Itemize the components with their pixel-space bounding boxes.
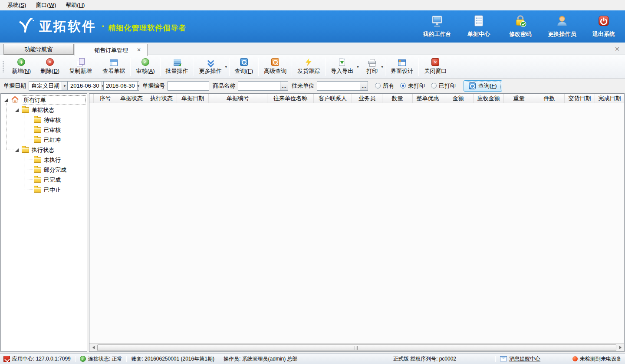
folder-icon xyxy=(34,137,41,143)
column-header-quantity[interactable]: 数量 xyxy=(382,94,413,103)
date-from-combobox[interactable]: 2016-06-30 xyxy=(68,81,103,91)
tree-expander-icon[interactable] xyxy=(15,108,19,112)
chevron-down-icon[interactable] xyxy=(62,82,67,90)
toolbar-button-import-export[interactable]: 导入导出 xyxy=(326,57,360,77)
tree-expander-icon[interactable] xyxy=(15,148,19,152)
toolbar-separator xyxy=(418,58,419,76)
toolbar-button-shipping-tracking[interactable]: 发货跟踪 xyxy=(293,57,325,77)
app-logo-icon xyxy=(3,356,10,362)
toolbar-button-label: 复制新增 xyxy=(69,67,92,75)
radio-unprinted[interactable]: 未打印 xyxy=(400,82,425,90)
toolbar-button-batch-operations[interactable]: 批量操作 xyxy=(161,57,193,77)
toolbar-button-copy-add[interactable]: 复制新增 xyxy=(64,57,96,77)
exit-system-button[interactable]: 退出系统 xyxy=(589,14,618,38)
column-header-discount[interactable]: 整单优惠 xyxy=(413,94,443,103)
column-header-amount[interactable]: 金额 xyxy=(443,94,474,103)
close-all-tabs-icon[interactable]: ✕ xyxy=(615,46,621,52)
toolbar-button-ui-design[interactable]: 界面设计 xyxy=(386,57,418,77)
advanced-search-icon xyxy=(271,58,279,66)
home-icon xyxy=(11,96,19,105)
radio-printed[interactable]: 已打印 xyxy=(431,82,456,90)
column-header-partner-name[interactable]: 往来单位名称 xyxy=(267,94,314,103)
menu-system[interactable]: 系统(S) xyxy=(3,0,31,10)
copy-icon xyxy=(76,58,84,66)
document-center-button[interactable]: 单据中心 xyxy=(464,14,493,38)
tree-node-document-status[interactable]: 单据状态 xyxy=(1,105,87,115)
toolbar-button-query[interactable]: 查询(F) xyxy=(230,57,258,77)
toolbar-button-close-window[interactable]: 关闭窗口 xyxy=(419,57,451,77)
product-name-input[interactable] xyxy=(238,81,288,91)
toolbar-button-advanced-query[interactable]: 高级查询 xyxy=(259,57,291,77)
tab-label: 销售订单管理 xyxy=(94,46,128,54)
column-header-finish-date[interactable]: 完成日期 xyxy=(595,94,624,103)
toolbar-button-delete[interactable]: 删除(D) xyxy=(36,57,64,77)
tree-node-label: 已红冲 xyxy=(44,136,61,144)
column-header-weight[interactable]: 重量 xyxy=(504,94,534,103)
date-to-combobox[interactable]: 2016-06-30 xyxy=(103,81,139,91)
column-header-delivery-date[interactable]: 交货日期 xyxy=(565,94,595,103)
menu-window[interactable]: 窗口(W) xyxy=(31,0,61,10)
message-center-link[interactable]: 消息提醒中心 xyxy=(500,355,540,363)
query-button[interactable]: 查询(F) xyxy=(464,80,502,92)
folder-icon xyxy=(34,187,41,193)
toolbar-button-more-operations[interactable]: 更多操作 xyxy=(194,57,229,77)
partner-input[interactable] xyxy=(317,81,368,91)
tree-node-terminated[interactable]: 已中止 xyxy=(1,185,87,195)
column-header-pieces[interactable]: 件数 xyxy=(534,94,565,103)
tree-node-not-executed[interactable]: 未执行 xyxy=(1,155,87,165)
switch-operator-button[interactable]: 更换操作员 xyxy=(548,14,576,38)
change-password-button[interactable]: 修改密码 xyxy=(506,14,535,38)
status-separator xyxy=(219,356,219,362)
scroll-left-arrow[interactable] xyxy=(90,344,97,351)
envelope-icon xyxy=(500,356,507,361)
tree-node-partially-completed[interactable]: 部分完成 xyxy=(1,165,87,175)
column-header-receivable[interactable]: 应收金额 xyxy=(474,94,504,103)
product-name-field[interactable] xyxy=(238,82,280,90)
doc-no-label: 单据编号 xyxy=(142,82,165,90)
tree-node-pending-approval[interactable]: 待审核 xyxy=(1,115,87,125)
toolbar-button-label: 高级查询 xyxy=(264,67,286,75)
column-header-customer-contact[interactable]: 客户联系人 xyxy=(314,94,352,103)
radio-all[interactable]: 所有 xyxy=(375,82,394,90)
column-header-salesperson[interactable]: 业务员 xyxy=(352,94,382,103)
ellipsis-lookup-icon[interactable] xyxy=(280,82,288,90)
tree-node-all-orders[interactable]: 所有订单 xyxy=(1,95,87,105)
partner-field[interactable] xyxy=(317,82,360,90)
toolbar-button-approve[interactable]: 审核(A) xyxy=(131,57,159,77)
message-center-text[interactable]: 消息提醒中心 xyxy=(509,355,540,363)
connection-text: 连接状态: 正常 xyxy=(88,355,122,363)
date-filter-label: 单据日期 xyxy=(3,82,26,90)
toolbar-button-add[interactable]: 新增(N) xyxy=(7,57,36,77)
status-separator xyxy=(495,356,496,362)
toolbar-button-label: 发货跟踪 xyxy=(297,67,320,75)
column-header-doc-no[interactable]: 单据编号 xyxy=(209,94,267,103)
table-body-empty xyxy=(89,103,624,343)
tree-expander-icon[interactable] xyxy=(4,98,8,102)
ui-design-icon xyxy=(398,59,406,66)
column-header-exec-status[interactable]: 执行状态 xyxy=(146,94,177,103)
toolbar-separator xyxy=(130,58,131,76)
date-type-combobox[interactable]: 自定义日期 xyxy=(29,81,68,91)
my-workbench-button[interactable]: 我的工作台 xyxy=(423,14,451,38)
scrollbar-thumb[interactable] xyxy=(97,344,616,351)
menu-help[interactable]: 帮助(H) xyxy=(61,0,89,10)
toolbar-button-view-document[interactable]: 查看单据 xyxy=(98,57,130,77)
column-header-doc-status[interactable]: 单据状态 xyxy=(117,94,146,103)
column-header-seq[interactable]: 序号 xyxy=(94,94,117,103)
horizontal-scrollbar[interactable] xyxy=(89,343,624,351)
account-set-status: 账套: 201606250001 (2016年第1期) xyxy=(131,355,214,363)
tab-close-icon[interactable]: ✕ xyxy=(137,47,142,52)
scroll-right-arrow[interactable] xyxy=(617,344,624,351)
tree-node-approved[interactable]: 已审核 xyxy=(1,125,87,135)
tree-node-execution-status[interactable]: 执行状态 xyxy=(1,145,87,155)
tab-function-navigation[interactable]: 功能导航窗 xyxy=(3,44,74,55)
tree-node-completed[interactable]: 已完成 xyxy=(1,175,87,185)
toolbar-button-label: 查询(F) xyxy=(235,67,253,75)
tab-sales-order-management[interactable]: 销售订单管理 ✕ xyxy=(75,44,148,56)
doc-no-input[interactable] xyxy=(168,81,209,91)
toolbar-button-print[interactable]: 打印 xyxy=(362,57,385,77)
chevron-down-icon[interactable] xyxy=(137,82,140,90)
ellipsis-lookup-icon[interactable] xyxy=(360,82,368,90)
column-header-doc-date[interactable]: 单据日期 xyxy=(177,94,209,103)
tree-node-reversed[interactable]: 已红冲 xyxy=(1,135,87,145)
